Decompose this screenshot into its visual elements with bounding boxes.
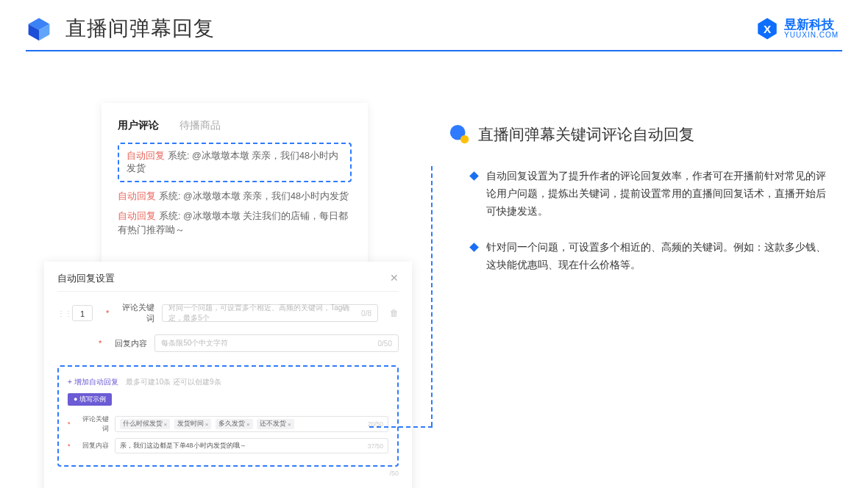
right-column: 直播间弹幕关键词评论自动回复 自动回复设置为了提升作者的评论回复效率，作者可在开… <box>449 123 831 293</box>
tab-user-comments[interactable]: 用户评论 <box>118 119 159 132</box>
modal-title: 自动回复设置 <box>57 272 115 285</box>
auto-reply-tag: 自动回复 <box>118 191 156 201</box>
ex-content-label: 回复内容 <box>77 441 109 451</box>
example-keyword-row: * 评论关键词 什么时候发货× 发货时间× 多久发货× 还不发货× 20/50 <box>68 415 388 434</box>
diamond-bullet-icon <box>469 171 479 181</box>
bullet-text: 针对同一个问题，可设置多个相近的、高频的关键词。例如：这款多少钱、这块能优惠吗、… <box>486 239 831 274</box>
content-input[interactable]: 每条限50个中文字符 0/50 <box>154 334 399 352</box>
bullet-list: 自动回复设置为了提升作者的评论回复效率，作者可在开播前针对常见的评论用户问题，提… <box>449 168 831 274</box>
drag-handle-icon[interactable]: ⋮⋮ <box>57 309 65 317</box>
chat-bubble-icon <box>449 123 471 146</box>
comment-text: 系统: @冰墩墩本墩 亲亲，我们48小时内发货 <box>159 191 349 201</box>
example-content-row: * 回复内容 亲，我们这边都是下单48小时内发货的哦～ 37/50 <box>68 438 388 453</box>
page-header: 直播间弹幕回复 <box>0 0 868 50</box>
char-count: 0/8 <box>361 309 371 317</box>
brand-url: YUUXIN.COM <box>784 31 839 39</box>
connector-line <box>431 166 433 426</box>
content-label: 回复内容 <box>109 338 147 349</box>
keyword-label: 评论关键词 <box>116 302 154 324</box>
required-mark: * <box>99 339 102 348</box>
auto-reply-tag: 自动回复 <box>127 151 165 161</box>
ex-content-value: 亲，我们这边都是下单48小时内发货的哦～ <box>120 441 246 451</box>
required-mark: * <box>106 309 109 317</box>
header-divider <box>26 50 842 51</box>
comment-row: 自动回复系统: @冰墩墩本墩 关注我们的店铺，每日都有热门推荐呦～ <box>118 209 352 237</box>
auto-reply-modal: 自动回复设置 ✕ ⋮⋮ 1 * 评论关键词 对同一个问题，可设置多个相近、高频的… <box>44 262 412 488</box>
brand-name: 昱新科技 <box>784 18 839 31</box>
brand-logo: X 昱新科技 YUUXIN.COM <box>755 16 839 41</box>
keyword-tag[interactable]: 什么时候发货× <box>120 419 171 429</box>
footer-count: /50 <box>57 470 399 477</box>
add-hint: 最多可建10条 还可以创建9条 <box>126 378 221 386</box>
keyword-input[interactable]: 对同一个问题，可设置多个相近、高频的关键词，Tag确定，最多5个 0/8 <box>162 304 378 322</box>
page-title: 直播间弹幕回复 <box>65 15 215 43</box>
modal-header: 自动回复设置 ✕ <box>57 272 399 292</box>
keyword-tag[interactable]: 发货时间× <box>174 419 212 429</box>
section-title: 直播间弹幕关键词评论自动回复 <box>449 123 831 146</box>
example-section: + 增加自动回复 最多可建10条 还可以创建9条 ● 填写示例 * 评论关键词 … <box>57 365 399 467</box>
char-count: 0/50 <box>378 340 392 348</box>
ex-content-input[interactable]: 亲，我们这边都是下单48小时内发货的哦～ 37/50 <box>115 438 388 453</box>
bullet-text: 自动回复设置为了提升作者的评论回复效率，作者可在开播前针对常见的评论用户问题，提… <box>486 168 831 220</box>
cube-icon <box>26 15 52 42</box>
comments-card: 用户评论 待播商品 自动回复系统: @冰墩墩本墩 亲亲，我们48小时内发货 自动… <box>102 103 368 265</box>
comment-row: 自动回复系统: @冰墩墩本墩 亲亲，我们48小时内发货 <box>118 190 352 204</box>
tabs: 用户评论 待播商品 <box>118 119 352 132</box>
placeholder: 对同一个问题，可设置多个相近、高频的关键词，Tag确定，最多5个 <box>168 303 361 323</box>
highlighted-comment: 自动回复系统: @冰墩墩本墩 亲亲，我们48小时内发货 <box>118 143 352 182</box>
svg-text:X: X <box>764 23 772 35</box>
auto-reply-tag: 自动回复 <box>118 211 156 221</box>
bullet-item: 自动回复设置为了提升作者的评论回复效率，作者可在开播前针对常见的评论用户问题，提… <box>471 168 831 220</box>
delete-icon[interactable]: 🗑 <box>390 308 399 318</box>
tag-list: 什么时候发货× 发货时间× 多久发货× 还不发货× <box>120 419 296 429</box>
char-count: 37/50 <box>368 442 383 450</box>
tab-pending-goods[interactable]: 待播商品 <box>179 119 221 132</box>
brand-icon: X <box>755 16 780 41</box>
index-box: 1 <box>72 305 93 321</box>
svg-point-5 <box>460 135 469 143</box>
keyword-row: ⋮⋮ 1 * 评论关键词 对同一个问题，可设置多个相近、高频的关键词，Tag确定… <box>57 302 399 324</box>
diamond-bullet-icon <box>469 243 479 253</box>
bullet-item: 针对同一个问题，可设置多个相近的、高频的关键词。例如：这款多少钱、这块能优惠吗、… <box>471 239 831 274</box>
placeholder: 每条限50个中文字符 <box>161 338 228 348</box>
ex-keyword-label: 评论关键词 <box>77 415 109 434</box>
example-pill: ● 填写示例 <box>68 393 112 406</box>
keyword-tag[interactable]: 多久发货× <box>216 419 253 429</box>
add-auto-reply-link[interactable]: + 增加自动回复 <box>68 378 118 386</box>
connector-line <box>369 426 433 428</box>
content-row: * 回复内容 每条限50个中文字符 0/50 <box>57 334 399 352</box>
section-title-text: 直播间弹幕关键词评论自动回复 <box>478 124 694 145</box>
close-icon[interactable]: ✕ <box>390 272 399 285</box>
ex-keyword-input[interactable]: 什么时候发货× 发货时间× 多久发货× 还不发货× 20/50 <box>115 416 388 432</box>
keyword-tag[interactable]: 还不发货× <box>257 419 294 429</box>
